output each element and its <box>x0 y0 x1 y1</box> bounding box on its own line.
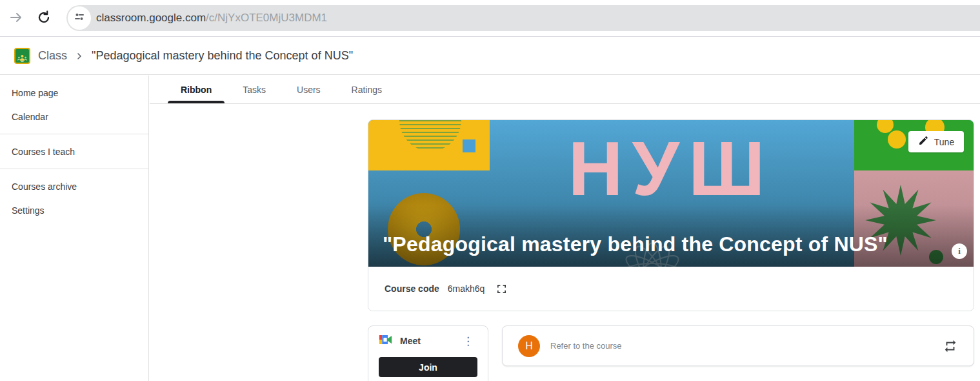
sidebar-nav: Home page Calendar Courses I teach Cours… <box>0 76 149 381</box>
sidebar-item-label: Courses I teach <box>12 147 75 157</box>
tab-label: Ribbon <box>181 85 212 95</box>
tune-button-label: Tune <box>934 137 954 147</box>
sidebar-item-label: Courses archive <box>12 181 77 192</box>
sidebar-item-home[interactable]: Home page <box>0 81 148 105</box>
tab-label: Users <box>297 85 321 95</box>
breadcrumb-course-title: "Pedagogical mastery behind the Concept … <box>92 49 353 63</box>
course-banner-artwork: НУШ <box>368 120 974 267</box>
course-code-value: 6makh6q <box>448 283 485 294</box>
reload-icon <box>36 10 52 28</box>
sidebar-item-label: Home page <box>12 88 58 98</box>
meet-card-title: Meet <box>400 336 421 346</box>
composer-placeholder-text: Refer to the course <box>550 341 622 351</box>
below-banner-row: Meet ⋮ Join H Refer to the course <box>368 325 974 381</box>
pencil-icon <box>918 135 929 149</box>
sidebar-divider <box>0 134 148 134</box>
course-tabs: Ribbon Tasks Users Ratings <box>150 76 980 104</box>
breadcrumb-app-link[interactable]: Class <box>38 49 67 63</box>
sidebar-item-courses-i-teach[interactable]: Courses I teach <box>0 139 148 163</box>
user-avatar[interactable]: H <box>518 335 540 357</box>
sidebar-item-settings[interactable]: Settings <box>0 198 148 222</box>
chevron-right-icon <box>76 52 83 60</box>
meet-more-options-button[interactable]: ⋮ <box>459 335 477 348</box>
site-settings-tune-icon <box>73 10 86 26</box>
tune-banner-button[interactable]: Tune <box>908 131 964 152</box>
url-text[interactable]: classroom.google.com/c/NjYxOTE0MjU3MDM1 <box>96 12 327 25</box>
site-settings-button[interactable] <box>68 6 91 30</box>
url-path: /c/NjYxOTE0MjU3MDM1 <box>206 12 327 24</box>
sidebar-item-label: Calendar <box>12 112 48 122</box>
announcement-composer[interactable]: H Refer to the course <box>502 325 974 366</box>
banner-info-button[interactable]: i <box>952 243 967 259</box>
sidebar-item-calendar[interactable]: Calendar <box>0 105 148 129</box>
tab-tasks[interactable]: Tasks <box>227 76 281 103</box>
browser-reload-button[interactable] <box>35 10 52 27</box>
course-code-row: Course code 6makh6q <box>368 267 974 311</box>
yellow-dot <box>877 120 894 133</box>
address-bar[interactable]: classroom.google.com/c/NjYxOTE0MjU3MDM1 <box>66 5 980 31</box>
course-code-label: Course code <box>385 283 439 294</box>
info-icon: i <box>958 246 961 256</box>
course-banner-card: НУШ <box>368 119 974 311</box>
course-code-fullscreen-button[interactable] <box>494 281 509 296</box>
forward-arrow-icon <box>8 10 24 28</box>
classroom-header: Class "Pedagogical mastery behind the Co… <box>0 37 980 75</box>
classroom-page: classroom.google.com/c/NjYxOTE0MjU3MDM1 … <box>0 0 980 381</box>
tab-ratings[interactable]: Ratings <box>336 76 397 103</box>
meet-card: Meet ⋮ Join <box>368 325 488 381</box>
browser-forward-button[interactable] <box>8 10 25 27</box>
url-host: classroom.google.com <box>96 12 206 24</box>
browser-toolbar: classroom.google.com/c/NjYxOTE0MjU3MDM1 <box>0 0 980 37</box>
tab-users[interactable]: Users <box>281 76 336 103</box>
classroom-logo-icon[interactable] <box>14 48 30 64</box>
tab-ribbon[interactable]: Ribbon <box>165 76 227 103</box>
yellow-dot <box>888 130 906 149</box>
sidebar-item-label: Settings <box>12 205 45 216</box>
more-vertical-icon: ⋮ <box>463 335 474 347</box>
google-meet-icon <box>379 334 392 348</box>
sidebar-divider <box>0 169 148 169</box>
repost-reuse-button[interactable] <box>943 338 958 354</box>
tab-label: Ratings <box>352 85 382 95</box>
main-content: НУШ <box>368 119 974 381</box>
course-banner-title: "Pedagogical mastery behind the Concept … <box>383 232 888 256</box>
meet-join-button[interactable]: Join <box>379 357 477 377</box>
sidebar-item-courses-archive[interactable]: Courses archive <box>0 174 148 198</box>
tab-label: Tasks <box>243 85 266 95</box>
